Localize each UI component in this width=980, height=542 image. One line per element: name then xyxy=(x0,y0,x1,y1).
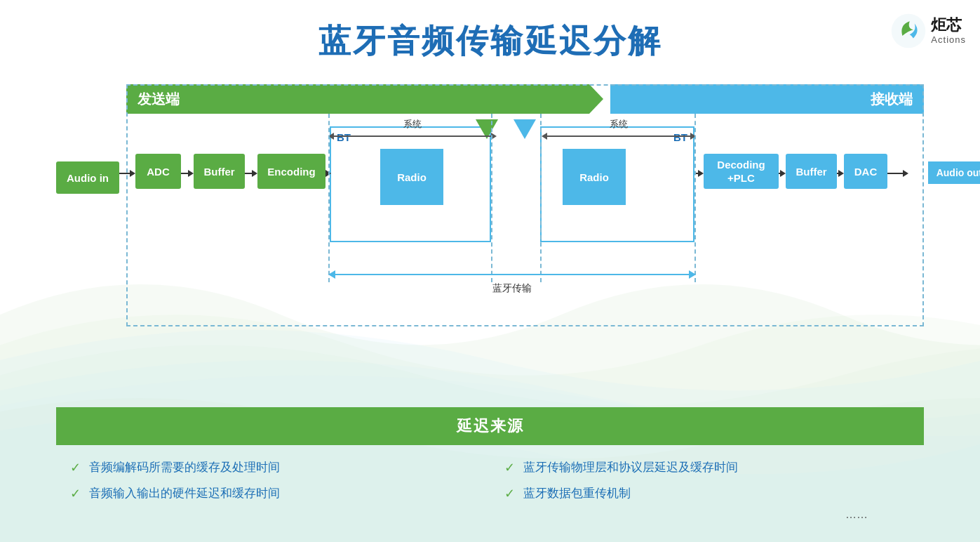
sender-banner: 发送端 xyxy=(126,84,603,114)
vdash-4 xyxy=(694,114,696,282)
buffer-left-box: Buffer xyxy=(194,154,245,189)
bullet-text-1: 音频编解码所需要的缓存及处理时间 xyxy=(89,459,280,475)
audio-out-label: Audio out xyxy=(937,167,980,178)
vdash-2 xyxy=(491,114,492,282)
bullet-text-3: 蓝牙传输物理层和协议层延迟及缓存时间 xyxy=(523,459,738,475)
bt-transfer-section: 蓝牙传输 xyxy=(328,270,696,295)
bullet-item-4: ✓ 蓝牙数据包重传机制 xyxy=(504,485,911,501)
system-label-left: 系统 xyxy=(328,118,497,140)
arrow-dac-audioout xyxy=(887,170,908,177)
check-icon-1: ✓ xyxy=(70,460,81,475)
decoding-box: Decoding +PLC xyxy=(704,154,779,189)
antenna-right xyxy=(514,119,536,139)
dac-box: DAC xyxy=(844,154,887,189)
buffer-right-label: Buffer xyxy=(796,166,826,178)
radio-right-label: Radio xyxy=(579,171,609,183)
radio-left-label: Radio xyxy=(397,171,427,183)
bt-left-box: BT Radio xyxy=(330,126,491,242)
check-icon-3: ✓ xyxy=(504,460,515,475)
radio-right-box: Radio xyxy=(563,149,626,205)
logo-cn: 炬芯 xyxy=(931,16,966,34)
buffer-left-label: Buffer xyxy=(203,166,234,178)
encoding-box: Encoding xyxy=(257,154,325,189)
vdash-1 xyxy=(328,114,330,282)
bullet-grid: ✓ 音频编解码所需要的缓存及处理时间 ✓ 蓝牙传输物理层和协议层延迟及缓存时间 … xyxy=(56,459,924,501)
arrow-buffer-dac xyxy=(837,170,844,177)
summary-section: 延迟来源 ✓ 音频编解码所需要的缓存及处理时间 ✓ 蓝牙传输物理层和协议层延迟及… xyxy=(56,407,924,521)
logo-text: 炬芯 Actions xyxy=(931,16,966,46)
adc-box: ADC xyxy=(135,154,181,189)
delay-banner: 延迟来源 xyxy=(56,407,924,445)
logo-en: Actions xyxy=(931,34,966,46)
arrow-adc-buffer xyxy=(181,170,194,177)
bt-right-box: BT Radio xyxy=(540,126,694,242)
system-text-left: 系统 xyxy=(403,118,422,131)
decoding-label: Decoding +PLC xyxy=(717,158,765,185)
arrow-buffer-encoding xyxy=(245,170,257,177)
system-label-right: 系统 xyxy=(542,118,696,140)
page-content: 炬芯 Actions 蓝牙音频传输延迟分解 发送端 接收端 Audio in A… xyxy=(0,0,980,542)
bullet-item-3: ✓ 蓝牙传输物理层和协议层延迟及缓存时间 xyxy=(504,459,911,475)
company-logo: 炬芯 Actions xyxy=(890,13,966,49)
diagram-area: 发送端 接收端 Audio in ADC Buffer Encoding BT xyxy=(56,84,924,365)
ellipsis: …… xyxy=(56,501,924,521)
receiver-banner: 接收端 xyxy=(610,84,924,114)
bullet-text-2: 音频输入输出的硬件延迟和缓存时间 xyxy=(89,485,280,501)
audio-out-box: Audio out xyxy=(928,161,980,184)
arrow-audio-adc xyxy=(119,170,135,177)
bullet-text-4: 蓝牙数据包重传机制 xyxy=(523,485,631,501)
check-icon-2: ✓ xyxy=(70,486,81,501)
logo-icon xyxy=(890,13,927,49)
audio-in-box: Audio in xyxy=(56,161,119,194)
dac-label: DAC xyxy=(854,166,878,178)
radio-left-box: Radio xyxy=(380,149,443,205)
vdash-3 xyxy=(540,114,542,282)
page-title: 蓝牙音频传输延迟分解 xyxy=(0,0,980,63)
buffer-right-box: Buffer xyxy=(786,154,837,189)
bullet-item-1: ✓ 音频编解码所需要的缓存及处理时间 xyxy=(70,459,476,475)
adc-label: ADC xyxy=(147,166,170,178)
encoding-label: Encoding xyxy=(267,166,315,178)
check-icon-4: ✓ xyxy=(504,486,515,501)
arrow-decoding-buffer xyxy=(779,170,786,177)
sender-label: 发送端 xyxy=(137,90,180,109)
bullet-item-2: ✓ 音频输入输出的硬件延迟和缓存时间 xyxy=(70,485,476,501)
receiver-label: 接收端 xyxy=(871,90,913,109)
audio-in-label: Audio in xyxy=(67,172,109,184)
system-text-right: 系统 xyxy=(610,118,628,131)
bt-transfer-label: 蓝牙传输 xyxy=(492,282,532,295)
